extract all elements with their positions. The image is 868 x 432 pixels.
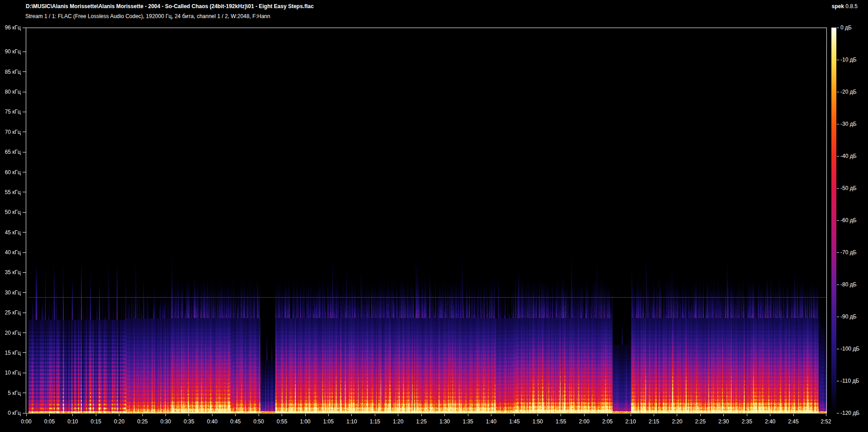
- freq-tick: [23, 52, 26, 52]
- time-tick: [189, 414, 189, 416]
- db-tick: [837, 156, 839, 157]
- db-tick-label: -70 дБ: [840, 249, 857, 256]
- freq-tick: [23, 413, 26, 413]
- time-tick: [351, 414, 352, 416]
- time-tick: [96, 414, 96, 416]
- freq-tick-label: 90 кГц: [0, 48, 21, 55]
- db-tick-label: -80 дБ: [840, 281, 857, 288]
- freq-tick-label: 40 кГц: [0, 249, 21, 256]
- time-tick-label: 2:30: [711, 418, 736, 425]
- freq-tick-label: 70 кГц: [0, 129, 21, 135]
- freq-tick-label: 60 кГц: [0, 169, 21, 176]
- time-tick: [793, 414, 794, 416]
- db-tick-label: -40 дБ: [840, 153, 857, 159]
- freq-tick-label: 35 кГц: [0, 269, 21, 275]
- db-tick-label: -20 дБ: [840, 89, 857, 95]
- time-tick: [631, 414, 631, 416]
- db-tick-label: -10 дБ: [840, 57, 857, 63]
- time-tick-label: 0:50: [246, 418, 271, 425]
- time-tick-label: 0:35: [176, 418, 202, 425]
- time-tick-label: 0:05: [37, 418, 62, 425]
- db-tick-label: -30 дБ: [840, 121, 857, 127]
- time-tick: [328, 414, 329, 416]
- time-tick-label: 2:20: [665, 418, 690, 425]
- time-tick: [747, 414, 747, 416]
- freq-tick: [23, 132, 26, 132]
- freq-tick-label: 45 кГц: [0, 229, 21, 236]
- freq-tick: [23, 112, 26, 112]
- time-tick-label: 0:30: [153, 418, 179, 425]
- time-tick: [212, 414, 212, 416]
- freq-tick: [23, 373, 26, 373]
- db-tick-label: -60 дБ: [840, 217, 857, 223]
- stream-info: Stream 1 / 1: FLAC (Free Lossless Audio …: [25, 13, 270, 19]
- time-tick: [561, 414, 561, 416]
- time-tick-label: 1:30: [432, 418, 458, 425]
- db-tick: [837, 285, 839, 285]
- freq-tick: [23, 232, 26, 233]
- db-tick: [837, 60, 839, 60]
- db-tick-label: -120 дБ: [840, 410, 859, 416]
- freq-tick-label: 65 кГц: [0, 149, 21, 155]
- time-tick-label: 2:52: [813, 418, 839, 425]
- time-tick: [514, 414, 514, 416]
- db-tick: [837, 28, 839, 28]
- time-tick: [723, 414, 724, 416]
- freq-tick: [23, 28, 26, 28]
- time-tick-label: 0:15: [83, 418, 108, 425]
- freq-tick-label: 20 кГц: [0, 330, 21, 336]
- time-tick-label: 0:55: [269, 418, 295, 425]
- time-tick: [72, 414, 73, 416]
- freq-tick-label: 96 кГц: [0, 24, 21, 31]
- time-tick: [491, 414, 491, 416]
- freq-tick: [23, 352, 26, 353]
- freq-tick: [23, 332, 26, 333]
- time-tick: [584, 414, 585, 416]
- db-tick: [837, 124, 839, 124]
- time-tick: [468, 414, 468, 416]
- freq-tick-label: 0 кГц: [0, 410, 21, 416]
- freq-tick-label: 10 кГц: [0, 370, 21, 376]
- time-tick: [444, 414, 445, 416]
- db-tick: [837, 252, 839, 253]
- time-tick: [49, 414, 50, 416]
- time-tick: [654, 414, 654, 416]
- freq-tick: [23, 212, 26, 213]
- freq-tick-label: 80 кГц: [0, 89, 21, 95]
- time-tick: [235, 414, 236, 416]
- db-tick: [837, 317, 839, 317]
- freq-tick-label: 30 кГц: [0, 290, 21, 296]
- db-tick-label: -50 дБ: [840, 185, 857, 191]
- freq-tick: [23, 252, 26, 253]
- time-tick-label: 2:15: [641, 418, 666, 425]
- time-tick-label: 1:50: [525, 418, 550, 425]
- freq-tick: [23, 172, 26, 172]
- freq-tick: [23, 71, 26, 72]
- freq-tick: [23, 152, 26, 152]
- time-tick: [305, 414, 306, 416]
- app-name: spek: [832, 3, 844, 9]
- time-tick-label: 1:55: [548, 418, 574, 425]
- time-tick-label: 2:10: [618, 418, 643, 425]
- time-tick-label: 1:20: [386, 418, 411, 425]
- freq-tick-label: 75 кГц: [0, 109, 21, 115]
- time-tick-label: 1:40: [478, 418, 504, 425]
- time-tick-label: 0:00: [14, 418, 39, 425]
- freq-tick-label: 5 кГц: [0, 390, 21, 396]
- freq-tick: [23, 192, 26, 192]
- time-tick-label: 0:25: [130, 418, 155, 425]
- spek-window: D:\MUSIC\Alanis Morissette\Alanis Moriss…: [0, 0, 868, 432]
- time-tick-label: 1:45: [502, 418, 527, 425]
- freq-tick: [23, 272, 26, 273]
- time-tick-label: 1:25: [409, 418, 434, 425]
- time-tick: [26, 414, 27, 416]
- freq-tick: [23, 393, 26, 393]
- file-path-title: D:\MUSIC\Alanis Morissette\Alanis Moriss…: [26, 3, 314, 9]
- time-tick-label: 0:40: [199, 418, 225, 425]
- time-tick-label: 0:45: [223, 418, 248, 425]
- app-version: 0.8.5: [845, 3, 858, 9]
- time-tick-label: 0:20: [107, 418, 132, 425]
- time-tick: [770, 414, 770, 416]
- spectrogram-canvas: [26, 28, 826, 413]
- app-brand: spek 0.8.5: [832, 3, 858, 9]
